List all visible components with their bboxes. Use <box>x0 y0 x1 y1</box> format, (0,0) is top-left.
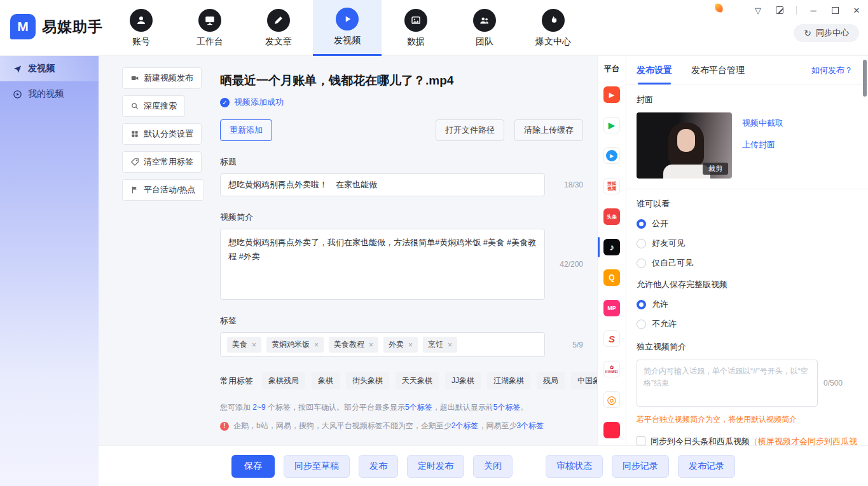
clear-common-tags-button[interactable]: 清空常用标签 <box>122 151 202 173</box>
common-tag[interactable]: 残局 <box>537 372 565 389</box>
platform-item-xiaohongshu[interactable] <box>598 415 626 445</box>
common-tag[interactable]: 象棋残局 <box>262 372 305 389</box>
tab-platform-management[interactable]: 发布平台管理 <box>691 56 745 84</box>
grid-icon <box>130 130 139 138</box>
nav-label: 数据 <box>407 36 425 48</box>
platform-item-sohu-hao[interactable]: S <box>598 323 626 354</box>
platform-item-douyin[interactable]: ♪ <box>598 232 626 262</box>
common-tag[interactable]: 天天象棋 <box>396 372 439 389</box>
sync-toutiao-label: 同步到今日头条和西瓜视频 <box>651 436 750 445</box>
visibility-option-friends[interactable]: 好友可见 <box>637 238 858 249</box>
nav-item-team[interactable]: 团队 <box>450 0 519 56</box>
publish-button[interactable]: 发布 <box>359 455 398 478</box>
app-logo: M 易媒助手 <box>10 14 103 39</box>
nav-item-account[interactable]: 账号 <box>107 0 176 56</box>
allow-save-option-allow[interactable]: 允许 <box>637 299 858 310</box>
file-actions: 重新添加 打开文件路径 清除上传缓存 <box>220 119 583 141</box>
sync-log-button[interactable]: 同步记录 <box>612 455 669 478</box>
cover-thumbnail[interactable]: 裁剪 <box>637 112 732 179</box>
schedule-publish-button[interactable]: 定时发布 <box>407 455 464 478</box>
nav-item-publish-article[interactable]: 发文章 <box>244 0 313 56</box>
upload-cover-link[interactable]: 上传封面 <box>742 139 783 151</box>
nav-label: 发视频 <box>334 35 361 46</box>
publish-log-button[interactable]: 发布记录 <box>678 455 735 478</box>
team-icon <box>473 9 496 32</box>
description-textarea[interactable]: 想吃黄焖鸡别再点外卖了，我们在家也能做，方法很简单#黄焖鸡米饭 #美食 #美食教… <box>220 229 545 300</box>
visibility-option-private[interactable]: 仅自己可见 <box>637 257 858 269</box>
platform-item-tencent-video[interactable]: ▶ <box>598 110 626 140</box>
tag-remove-icon[interactable]: × <box>314 341 319 349</box>
readd-video-button[interactable]: 重新添加 <box>220 119 272 141</box>
radio-label: 不允许 <box>652 318 677 330</box>
haokan-video-icon: ▶ <box>606 150 617 161</box>
sidebar-item-my-videos[interactable]: 我的视频 <box>0 81 99 107</box>
platform-item-qq[interactable]: Q <box>598 262 626 293</box>
open-file-path-button[interactable]: 打开文件路径 <box>436 119 504 141</box>
common-tag[interactable]: 江湖象棋 <box>487 372 530 389</box>
common-tag[interactable]: 街头象棋 <box>346 372 389 389</box>
tool-label: 新建视频发布 <box>144 72 193 84</box>
default-category-settings-button[interactable]: 默认分类设置 <box>122 123 202 145</box>
platform-item-haokan-video[interactable]: ▶ <box>598 140 626 171</box>
platform-item-toutiao[interactable]: 头条 <box>598 201 626 232</box>
tag-remove-icon[interactable]: × <box>252 341 256 349</box>
review-status-button[interactable]: 审核状态 <box>546 455 603 478</box>
exclamation-icon: ! <box>220 422 229 431</box>
skin-edit-icon[interactable] <box>775 5 785 15</box>
tab-publish-settings[interactable]: 发布设置 <box>637 56 672 84</box>
tags-input-box[interactable]: 美食× 黄焖鸡米饭× 美食教程× 外卖× 烹饪× <box>220 332 545 357</box>
independent-desc-textarea[interactable] <box>637 360 818 407</box>
maximize-icon[interactable] <box>830 5 840 15</box>
platform-item-meipai[interactable]: MP <box>598 293 626 323</box>
title-input[interactable] <box>220 173 545 196</box>
nav-item-workbench[interactable]: 工作台 <box>176 0 244 56</box>
allow-save-option-deny[interactable]: 不允许 <box>637 318 858 330</box>
sync-to-draft-button[interactable]: 同步至草稿 <box>284 455 350 478</box>
platform-item-hot-video[interactable]: ▶ <box>598 79 626 110</box>
nav-item-hot-center[interactable]: 爆文中心 <box>519 0 588 56</box>
common-tag[interactable]: JJ象棋 <box>445 372 481 389</box>
platform-strip: 平台 ▶ ▶ ▶ 搜狐视频 头条 ♪ Q MP S ✿HUAWEI ◎ <box>597 56 626 445</box>
panel-scrollbar[interactable] <box>863 60 867 97</box>
huawei-icon: ✿HUAWEI <box>603 361 620 377</box>
platform-item-sohu-video[interactable]: 搜狐视频 <box>598 171 626 201</box>
minimize-icon[interactable]: ─ <box>808 5 818 15</box>
sync-center-button[interactable]: ↻ 同步中心 <box>794 24 859 42</box>
new-video-publish-button[interactable]: 新建视频发布 <box>122 67 202 89</box>
tag-remove-icon[interactable]: × <box>408 341 413 349</box>
common-tag[interactable]: 象棋 <box>312 372 340 389</box>
close-button[interactable]: 关闭 <box>473 455 513 478</box>
close-icon[interactable]: ✕ <box>851 5 862 15</box>
visibility-option-public[interactable]: 公开 <box>637 218 858 229</box>
tools-column: 新建视频发布 深度搜索 默认分类设置 清空常用标签 平台活动/热点 <box>99 56 210 445</box>
settings-panel: 发布设置 发布平台管理 如何发布？ 封面 裁剪 视频中截取 上传封面 <box>626 56 868 445</box>
clear-upload-cache-button[interactable]: 清除上传缓存 <box>514 119 583 141</box>
platform-item-weibo[interactable]: ◎ <box>598 384 626 415</box>
common-tag[interactable]: 中国象棋 <box>571 372 597 389</box>
nav-item-publish-video[interactable]: 发视频 <box>313 0 382 56</box>
checkbox-icon[interactable] <box>637 436 645 445</box>
tool-label: 深度搜索 <box>144 100 177 112</box>
crop-button[interactable]: 裁剪 <box>703 163 728 175</box>
sidebar-item-publish-video[interactable]: 发视频 <box>0 56 99 81</box>
platform-activity-button[interactable]: 平台活动/热点 <box>122 179 204 201</box>
top-nav: 账号 工作台 发文章 发视频 <box>107 0 588 56</box>
how-to-publish-link[interactable]: 如何发布？ <box>811 65 853 76</box>
flame-icon <box>542 9 565 32</box>
platform-item-huawei[interactable]: ✿HUAWEI <box>598 354 626 384</box>
flag-icon <box>130 186 139 194</box>
sync-toutiao-checkbox-row[interactable]: 同步到今日头条和西瓜视频（横屏视频才会同步到西瓜视频） <box>637 435 858 445</box>
collapse-icon[interactable]: ▽ <box>753 5 763 15</box>
tag-remove-icon[interactable]: × <box>369 341 373 349</box>
radio-selected-icon <box>637 300 646 309</box>
nav-item-data[interactable]: 数据 <box>382 0 450 56</box>
warning-highlight: 2个标签 <box>451 421 479 430</box>
description-counter: 42/200 <box>553 260 583 269</box>
tag-remove-icon[interactable]: × <box>448 341 452 349</box>
save-button[interactable]: 保存 <box>231 455 275 478</box>
hint-text: 个标签，按回车确认。部分平台最多显示 <box>266 403 405 412</box>
deep-search-button[interactable]: 深度搜索 <box>122 95 185 117</box>
nav-label: 爆文中心 <box>535 36 571 48</box>
data-icon <box>404 9 427 32</box>
capture-from-video-link[interactable]: 视频中截取 <box>742 118 783 129</box>
